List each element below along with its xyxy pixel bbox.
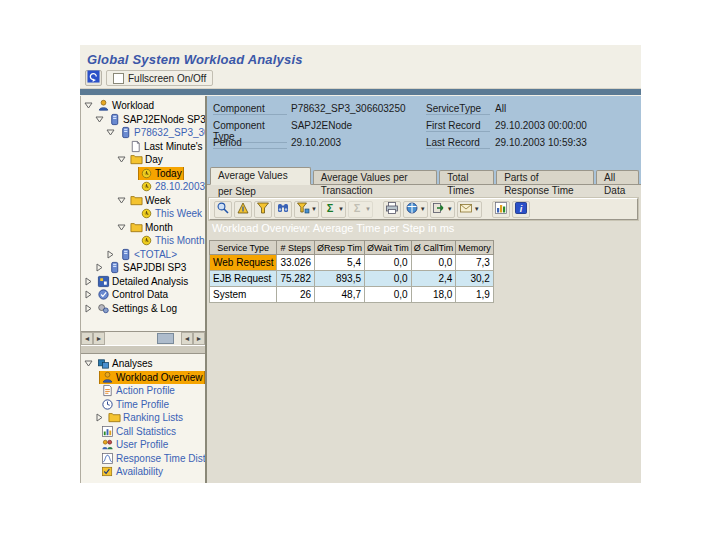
chevron-down-icon[interactable]: ▼	[311, 206, 317, 212]
tree-item-total[interactable]: <TOTAL>	[81, 248, 205, 262]
scroll-left-icon[interactable]: ◄	[81, 332, 93, 345]
collapse-expander-icon[interactable]	[117, 196, 128, 205]
tree-node: Month	[128, 221, 175, 234]
tree-item-settings-log[interactable]: Settings & Log	[81, 302, 205, 316]
chart-button[interactable]	[492, 201, 510, 218]
tree-item-availability[interactable]: Availability	[81, 465, 205, 479]
export-button[interactable]: ▼	[430, 201, 455, 218]
tab-average-values-per-step[interactable]: Average Values per Step	[210, 167, 311, 185]
expand-expander-icon[interactable]	[84, 304, 95, 313]
value-cell: 5,4	[315, 255, 365, 271]
collapse-expander-icon[interactable]	[84, 101, 95, 110]
tree-item-time-profile[interactable]: Time Profile	[81, 398, 205, 412]
column-header-steps[interactable]: # Steps	[277, 241, 315, 255]
tree-item-action-profile[interactable]: Action Profile	[81, 384, 205, 398]
tree-item-response-time-distributio[interactable]: Response Time Distributio	[81, 452, 205, 466]
table-title: Workload Overview: Average Time per Step…	[212, 222, 454, 234]
value-cell: 75.282	[277, 271, 315, 287]
scroll-right-icon[interactable]: ►	[93, 332, 105, 345]
chevron-down-icon[interactable]: ▼	[474, 206, 480, 212]
tree-item-analyses[interactable]: Analyses	[81, 357, 205, 371]
main-area: WorkloadSAPJ2ENode SP3P78632_SP3_3066032…	[80, 96, 641, 483]
tree-item-this-week[interactable]: This Week	[81, 207, 205, 221]
views-button[interactable]: ▼	[403, 201, 428, 218]
tab-total-times[interactable]: Total Times	[439, 170, 494, 184]
tree-item-day[interactable]: Day	[81, 153, 205, 167]
tree-item-week[interactable]: Week	[81, 194, 205, 208]
tab-average-values-per-transaction[interactable]: Average Values per Transaction	[313, 170, 438, 184]
expand-expander-icon[interactable]	[84, 290, 95, 299]
tree-item-workload[interactable]: Workload	[81, 99, 205, 113]
tree-item-sapjdbi-sp3[interactable]: SAPJDBI SP3	[81, 261, 205, 275]
node-icon	[119, 126, 132, 139]
filter-values-button[interactable]: ▼	[294, 201, 319, 218]
tree-item-label: 28.10.2003 Tue	[155, 181, 205, 192]
detail-button[interactable]	[214, 201, 232, 218]
collapse-expander-icon[interactable]	[95, 115, 106, 124]
chevron-down-icon[interactable]: ▼	[338, 206, 344, 212]
refresh-button[interactable]	[85, 70, 102, 86]
tree-item-ranking-lists[interactable]: Ranking Lists	[81, 411, 205, 425]
tab-parts-of-response-time[interactable]: Parts of Response Time	[496, 170, 594, 184]
tree-item-control-data[interactable]: Control Data	[81, 288, 205, 302]
expand-expander-icon[interactable]	[84, 277, 95, 286]
collapse-expander-icon[interactable]	[106, 128, 117, 137]
scrollbar-thumb[interactable]	[157, 333, 174, 344]
node-icon	[108, 261, 121, 274]
tree-item-p78632-sp3-3066032[interactable]: P78632_SP3_3066032	[81, 126, 205, 140]
tree-item-today[interactable]: Today	[81, 167, 205, 181]
tree-item-label: Workload	[112, 100, 154, 111]
scroll-left-icon-2[interactable]: ◄	[181, 332, 193, 345]
column-header-memory[interactable]: Memory	[456, 241, 494, 255]
collapse-expander-icon[interactable]	[117, 155, 128, 164]
expand-expander-icon[interactable]	[95, 263, 106, 272]
workload-table: Service Type# StepsØResp TimØWait TimØ C…	[209, 240, 494, 303]
tree-item-user-profile[interactable]: User Profile	[81, 438, 205, 452]
scrollbar-track[interactable]	[105, 332, 181, 345]
tree-item-label: Last Minute's Load	[144, 141, 205, 152]
person-icon	[97, 99, 110, 112]
table-row-system[interactable]: System2648,70,018,01,9	[210, 287, 494, 303]
column-header-wait-tim[interactable]: ØWait Tim	[365, 241, 412, 255]
print-button[interactable]	[383, 201, 401, 218]
tree-node: P78632_SP3_3066032	[117, 126, 205, 139]
tree-node: Workload	[95, 99, 156, 112]
tree-horizontal-scrollbar[interactable]: ◄ ► ◄ ►	[81, 331, 205, 345]
info-button[interactable]: i	[512, 201, 530, 218]
tree-item-workload-overview[interactable]: Workload Overview	[81, 371, 205, 385]
collapse-expander-icon[interactable]	[84, 359, 95, 368]
tree-item-month[interactable]: Month	[81, 221, 205, 235]
filter-button[interactable]	[254, 201, 272, 218]
tree-item-sapj2enode-sp3[interactable]: SAPJ2ENode SP3	[81, 113, 205, 127]
scroll-right-icon-2[interactable]: ►	[193, 332, 205, 345]
info-icon: i	[514, 201, 528, 218]
tab-all-data[interactable]: All Data	[596, 170, 639, 184]
tree-item-call-statistics[interactable]: Call Statistics	[81, 425, 205, 439]
service-type-cell: Web Request	[210, 255, 277, 271]
tree-item-last-minute-s-load[interactable]: Last Minute's Load	[81, 140, 205, 154]
column-header-resp-tim[interactable]: ØResp Tim	[315, 241, 365, 255]
folder-icon	[108, 411, 121, 424]
panel-splitter[interactable]	[81, 345, 205, 354]
collapse-expander-icon[interactable]	[117, 223, 128, 232]
chevron-down-icon[interactable]: ▼	[447, 206, 453, 212]
tree-item-this-month[interactable]: This Month	[81, 234, 205, 248]
chevron-down-icon[interactable]: ▼	[420, 206, 426, 212]
sort-ascending-button[interactable]	[234, 201, 252, 218]
mail-button[interactable]: ▼	[457, 201, 482, 218]
tree-node: Workload Overview	[99, 371, 205, 385]
value-cell: 2,4	[411, 271, 456, 287]
column-header-calltim[interactable]: Ø CallTim	[411, 241, 456, 255]
info-label: ServiceType	[426, 103, 490, 115]
expand-expander-icon[interactable]	[95, 413, 106, 422]
left-panel: WorkloadSAPJ2ENode SP3P78632_SP3_3066032…	[80, 96, 207, 483]
tree-item-28-10-2003-tue[interactable]: 28.10.2003 Tue	[81, 180, 205, 194]
table-row-ejb-request[interactable]: EJB Request75.282893,50,02,430,2	[210, 271, 494, 287]
tree-item-detailed-analysis[interactable]: Detailed Analysis	[81, 275, 205, 289]
fullscreen-toggle-button[interactable]: Fullscreen On/Off	[106, 70, 213, 86]
expand-expander-icon[interactable]	[106, 250, 117, 259]
sum-button[interactable]: Σ▼	[321, 201, 346, 218]
column-header-service-type[interactable]: Service Type	[210, 241, 277, 255]
table-row-web-request[interactable]: Web Request33.0265,40,00,07,3	[210, 255, 494, 271]
find-button[interactable]	[274, 201, 292, 218]
